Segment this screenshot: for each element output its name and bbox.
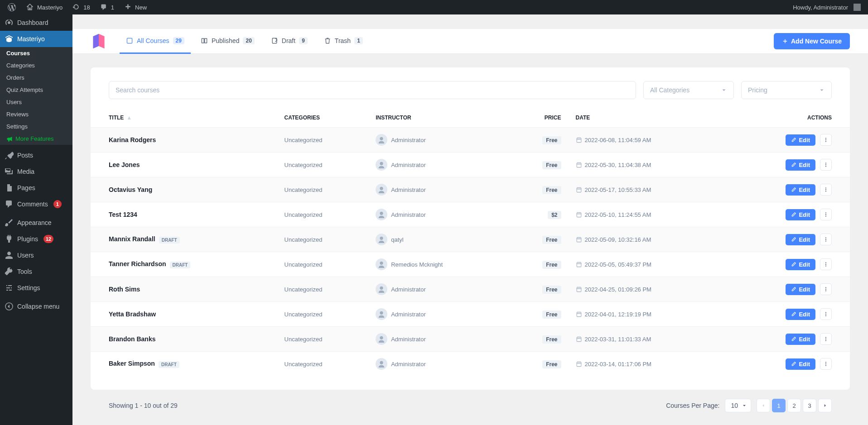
svg-point-41 — [825, 314, 826, 315]
course-title[interactable]: Roth Sims — [109, 286, 140, 293]
sidebar-item-users[interactable]: Users — [0, 247, 72, 263]
site-name-link[interactable]: Masteriyo — [22, 0, 66, 14]
course-title[interactable]: Mannix Randall — [109, 235, 155, 243]
pricing-filter[interactable]: Pricing — [741, 81, 832, 99]
course-title[interactable]: Yetta Bradshaw — [109, 310, 156, 318]
sidebar-item-plugins[interactable]: Plugins12 — [0, 231, 72, 247]
tab-trash[interactable]: Trash1 — [318, 29, 369, 54]
instructor-cell: Administrator — [376, 159, 503, 171]
sidebar-subitem-reviews[interactable]: Reviews — [0, 108, 72, 120]
col-instructor: INSTRUCTOR — [368, 108, 511, 128]
category-cell: Uncategorized — [277, 277, 369, 302]
course-title[interactable]: Brandon Banks — [109, 335, 155, 343]
edit-button[interactable]: Edit — [786, 184, 815, 196]
instructor-name: Administrator — [391, 137, 426, 143]
draft-badge: DRAFT — [170, 262, 191, 268]
more-button[interactable] — [820, 333, 832, 345]
date-cell: 2022-05-10, 11:24:55 AM — [576, 211, 719, 218]
prev-page[interactable] — [757, 399, 770, 412]
edit-button[interactable]: Edit — [786, 209, 815, 220]
more-button[interactable] — [820, 134, 832, 146]
account-link[interactable]: Howdy, Administrator — [789, 0, 864, 14]
sidebar-item-posts[interactable]: Posts — [0, 147, 72, 163]
edit-button[interactable]: Edit — [786, 159, 815, 171]
sidebar-subitem-settings[interactable]: Settings — [0, 120, 72, 133]
page-3[interactable]: 3 — [803, 399, 816, 412]
sidebar-item-appearance[interactable]: Appearance — [0, 215, 72, 231]
sidebar-item-collapse[interactable]: Collapse menu — [0, 298, 72, 315]
tab-all-courses[interactable]: All Courses29 — [120, 29, 191, 54]
more-button[interactable] — [820, 358, 832, 370]
sidebar-subitem-orders[interactable]: Orders — [0, 72, 72, 84]
sidebar-subitem-users[interactable]: Users — [0, 96, 72, 108]
refresh-icon — [72, 3, 81, 12]
sidebar-item-pages[interactable]: Pages — [0, 180, 72, 196]
avatar — [376, 283, 387, 295]
more-button[interactable] — [820, 184, 832, 196]
sidebar-item-dashboard[interactable]: Dashboard — [0, 14, 72, 31]
date-cell: 2022-03-31, 11:01:33 AM — [576, 336, 719, 343]
avatar — [376, 209, 387, 220]
course-title[interactable]: Lee Jones — [109, 161, 140, 168]
sidebar-subitem-categories[interactable]: Categories — [0, 59, 72, 72]
edit-button[interactable]: Edit — [786, 309, 815, 320]
col-title[interactable]: TITLE▲ — [91, 108, 277, 128]
price-badge: Free — [542, 161, 561, 169]
new-link[interactable]: New — [120, 0, 150, 14]
more-button[interactable] — [820, 209, 832, 220]
course-title[interactable]: Karina Rodgers — [109, 136, 156, 143]
sidebar-item-tools[interactable]: Tools — [0, 263, 72, 280]
comments-link[interactable]: 1 — [96, 0, 118, 14]
more-button[interactable] — [820, 234, 832, 245]
instructor-name: Administrator — [391, 186, 426, 193]
categories-filter[interactable]: All Categories — [643, 81, 734, 99]
more-button[interactable] — [820, 283, 832, 295]
add-course-button[interactable]: Add New Course — [774, 33, 850, 49]
sidebar-item-masteriyo[interactable]: Masteriyo — [0, 31, 72, 47]
svg-point-7 — [825, 141, 826, 142]
updates-link[interactable]: 18 — [68, 0, 93, 14]
instructor-cell: Administrator — [376, 184, 503, 196]
wp-logo[interactable] — [4, 0, 20, 14]
more-button[interactable] — [820, 308, 832, 320]
edit-button[interactable]: Edit — [786, 134, 815, 146]
chevron-down-icon — [742, 403, 747, 408]
edit-button[interactable]: Edit — [786, 358, 815, 370]
instructor-cell: Administrator — [376, 333, 503, 345]
per-page-label: Courses Per Page: — [666, 402, 719, 409]
edit-button[interactable]: Edit — [786, 334, 815, 345]
wordpress-icon — [7, 3, 16, 12]
sidebar-item-comments[interactable]: Comments1 — [0, 196, 72, 212]
sidebar-subitem-courses[interactable]: Courses — [0, 47, 72, 59]
more-button[interactable] — [820, 159, 832, 171]
price-badge: $2 — [548, 211, 561, 219]
course-title[interactable]: Octavius Yang — [109, 186, 152, 193]
wrench-icon — [5, 267, 14, 276]
sidebar-item-media[interactable]: Media — [0, 163, 72, 180]
tab-published[interactable]: Published20 — [194, 29, 261, 54]
edit-button[interactable]: Edit — [786, 234, 815, 245]
search-input[interactable] — [109, 81, 636, 99]
course-title[interactable]: Baker Simpson — [109, 360, 155, 367]
page-2[interactable]: 2 — [787, 399, 801, 412]
course-title[interactable]: Tanner Richardson — [109, 260, 166, 267]
more-button[interactable] — [820, 258, 832, 270]
course-title[interactable]: Test 1234 — [109, 211, 137, 218]
calendar-icon — [576, 336, 582, 342]
per-page-select[interactable]: 10 — [725, 399, 751, 412]
sidebar-subitem-more[interactable]: More Features — [0, 133, 72, 145]
edit-button[interactable]: Edit — [786, 284, 815, 295]
instructor-name: qatyl — [391, 236, 403, 243]
table-row: Lee Jones Uncategorized Administrator Fr… — [91, 153, 850, 177]
brush-icon — [5, 218, 14, 227]
page-1[interactable]: 1 — [772, 399, 786, 412]
sidebar-subitem-quiz[interactable]: Quiz Attempts — [0, 84, 72, 96]
tab-draft[interactable]: Draft9 — [265, 29, 314, 54]
avatar — [376, 258, 387, 270]
edit-button[interactable]: Edit — [786, 259, 815, 270]
next-page[interactable] — [818, 399, 832, 412]
masteriyo-logo[interactable] — [91, 33, 107, 49]
courses-card: All Categories Pricing TITLE▲ CATEGORIES… — [91, 67, 850, 390]
page-buttons: 1 2 3 — [757, 399, 832, 412]
sidebar-item-settings[interactable]: Settings — [0, 280, 72, 296]
